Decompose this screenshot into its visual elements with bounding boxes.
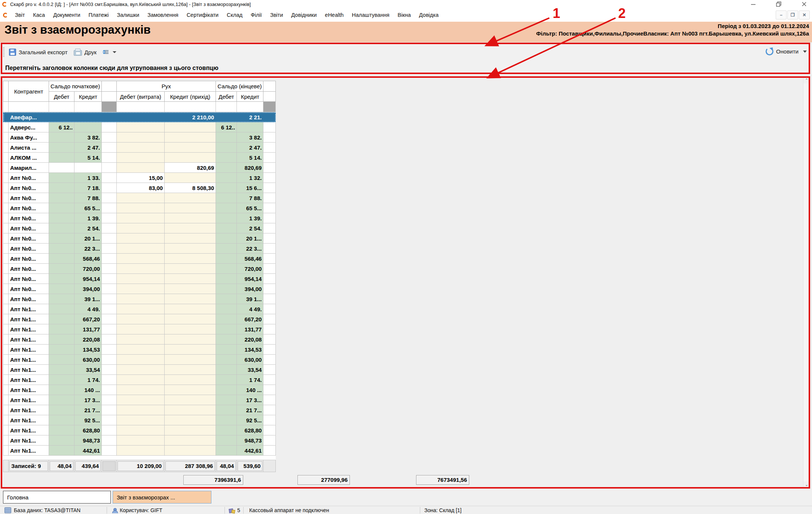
- minimize-button[interactable]: [749, 1, 757, 7]
- table-row[interactable]: Апт №0...20 1...20 1...: [3, 233, 276, 244]
- refresh-icon: [766, 48, 773, 55]
- column-header-credit-start[interactable]: Кредит: [74, 92, 102, 102]
- print-button[interactable]: Друк: [74, 49, 97, 56]
- tab-home[interactable]: Головна: [3, 491, 111, 504]
- table-row[interactable]: Апт №1...140 ...140 ...: [3, 385, 276, 395]
- column-header-debit-start[interactable]: Дебет: [49, 92, 74, 102]
- column-header-credit-end[interactable]: Кредит: [237, 92, 263, 102]
- menu-item-6[interactable]: Замовлення: [143, 12, 183, 18]
- grand-total-2: 277099,96: [297, 475, 350, 485]
- table-row[interactable]: Апт №1...21 7...21 7...: [3, 405, 276, 415]
- table-row[interactable]: Апт №0...720,00720,00: [3, 264, 276, 274]
- table-row[interactable]: Авефар...2 210,002 21.: [3, 112, 276, 122]
- toolbar-grip[interactable]: [3, 47, 4, 57]
- menu-item-9[interactable]: Філії: [247, 12, 266, 18]
- column-placeholder-1: [102, 81, 117, 92]
- menu-item-2[interactable]: Каса: [29, 12, 49, 18]
- table-row[interactable]: Апт №0...2 54.2 54.: [3, 223, 276, 233]
- total-debit-start: 48,04: [50, 461, 73, 471]
- cash-register-status: Кассовый аппарат не подключен: [249, 507, 329, 514]
- hidden-column-2: [263, 92, 276, 102]
- table-row[interactable]: Апт №1...630,00630,00: [3, 355, 276, 365]
- menu-item-3[interactable]: Документи: [49, 12, 84, 18]
- table-row[interactable]: Апт №1...134,53134,53: [3, 345, 276, 355]
- menu-item-12[interactable]: eHealth: [321, 12, 348, 18]
- table-row[interactable]: Апт №0...7 18.83,008 508,3015 6...: [3, 183, 276, 193]
- column-header-credit-in[interactable]: Кредит (прихід): [165, 92, 216, 102]
- table-row[interactable]: Апт №1...1 74.1 74.: [3, 375, 276, 385]
- column-group-saldo-start[interactable]: Сальдо початкове): [49, 81, 102, 92]
- scroll-down-icon[interactable]: ⌄: [803, 481, 810, 488]
- column-group-saldo-end[interactable]: Сальдо (кінцеве): [216, 81, 263, 92]
- table-row[interactable]: Апт №1...220,08220,08: [3, 334, 276, 345]
- table-row[interactable]: Апт №1...4 49.4 49.: [3, 304, 276, 314]
- printer-icon: [74, 50, 82, 56]
- menu-item-4[interactable]: Платежі: [85, 12, 113, 18]
- table-row[interactable]: Апт №1...131,77131,77: [3, 324, 276, 334]
- menu-item-10[interactable]: Звіти: [266, 12, 287, 18]
- table-row[interactable]: Апт №1...628,80628,80: [3, 425, 276, 435]
- export-button[interactable]: Загальний експорт: [9, 49, 68, 56]
- toolbar-overflow-icon[interactable]: [803, 51, 807, 53]
- table-row[interactable]: Апт №0...954,14954,14: [3, 274, 276, 284]
- menu-item-1[interactable]: Звіт: [11, 12, 29, 18]
- table-row[interactable]: Апт №1...442,61442,61: [3, 446, 276, 456]
- toolbar: Загальний експорт Друк Оновити: [0, 44, 812, 60]
- table-row[interactable]: Апт №1...667,20667,20: [3, 314, 276, 324]
- table-row[interactable]: Апт №0...39 1...39 1...: [3, 294, 276, 304]
- menu-item-15[interactable]: Довідка: [415, 12, 443, 18]
- table-row[interactable]: Аква Фу...3 82.3 82.: [3, 132, 276, 143]
- app-icon: [2, 2, 7, 7]
- table-row[interactable]: Апт №1...33,5433,54: [3, 365, 276, 375]
- table-row[interactable]: АЛКОМ ...5 14.5 14.: [3, 153, 276, 163]
- refresh-button[interactable]: Оновити: [766, 48, 799, 55]
- table-row[interactable]: Апт №0...394,00394,00: [3, 284, 276, 294]
- page-title: Звіт з взаєморозрахунків: [4, 23, 151, 37]
- table-row[interactable]: Апт №0...568,46568,46: [3, 254, 276, 264]
- column-group-movement[interactable]: Рух: [117, 81, 216, 92]
- column-header-debit-out[interactable]: Дебет (витрата): [117, 92, 165, 102]
- menu-item-11[interactable]: Довідники: [287, 12, 321, 18]
- mdi-close-button[interactable]: ✕: [799, 10, 810, 19]
- table-row[interactable]: Апт №0...22 3...22 3...: [3, 244, 276, 254]
- filter-label: Фільтр:: [536, 30, 557, 37]
- tab-settlements-report[interactable]: Звіт з взаєморозрах ...: [113, 491, 211, 504]
- table-row[interactable]: Амарил...820,69820,69: [3, 163, 276, 173]
- close-button[interactable]: [800, 1, 808, 7]
- menu-item-7[interactable]: Сертифікати: [183, 12, 223, 18]
- table-row[interactable]: Апт №0...65 5...65 5...: [3, 203, 276, 213]
- table-row[interactable]: Апт №1...17 3...17 3...: [3, 395, 276, 405]
- menu-item-8[interactable]: Склад: [223, 12, 247, 18]
- menu-item-14[interactable]: Вікна: [394, 12, 415, 18]
- total-debit-end: 48,04: [217, 461, 236, 471]
- menu-app-icon: [3, 13, 8, 18]
- group-by-bar[interactable]: Перетягніть заголовок колонки сюди для у…: [0, 60, 812, 75]
- menu-item-13[interactable]: Налаштування: [348, 12, 393, 18]
- page-header: Звіт з взаєморозрахунків Період з 01.03.…: [0, 22, 812, 42]
- menu-item-5[interactable]: Залишки: [113, 12, 143, 18]
- restore-button[interactable]: [775, 1, 783, 7]
- column-header-debit-end[interactable]: Дебет: [216, 92, 237, 102]
- row-height-icon: [103, 49, 109, 55]
- title-bar: Скарб pro v. 4.0.0.2 [ІД: ] - [Апт №003 …: [0, 0, 812, 9]
- table-row[interactable]: Апт №0...1 39.1 39.: [3, 213, 276, 223]
- database-icon: [4, 507, 11, 513]
- table-row[interactable]: Апт №0...7 88.7 88.: [3, 193, 276, 203]
- print-button-label: Друк: [85, 49, 97, 55]
- save-export-icon: [9, 49, 16, 56]
- column-header-contragent[interactable]: Контрагент: [9, 81, 49, 102]
- table-row[interactable]: Апт №0...1 33.15,001 32.: [3, 173, 276, 183]
- mdi-restore-button[interactable]: ❐: [787, 10, 798, 19]
- status-bar: База даних: TASA3@TITAN Користувач: GIFT…: [0, 506, 812, 514]
- mdi-minimize-button[interactable]: –: [776, 10, 787, 19]
- refresh-button-label: Оновити: [776, 48, 799, 55]
- table-row[interactable]: Апт №1...948,73948,73: [3, 435, 276, 446]
- vertical-scrollbar[interactable]: ⌃ ⌄: [803, 77, 810, 488]
- scroll-up-icon[interactable]: ⌃: [803, 77, 810, 83]
- table-row[interactable]: Алиста ...2 47.2 47.: [3, 143, 276, 153]
- column-placeholder-2: [263, 81, 276, 92]
- table-row[interactable]: Апт №1...92 5...92 5...: [3, 415, 276, 425]
- row-height-menu-button[interactable]: [103, 49, 116, 55]
- user-status: Користувач: GIFT: [120, 507, 162, 514]
- table-row[interactable]: Адверс...6 12..6 12..: [3, 122, 276, 132]
